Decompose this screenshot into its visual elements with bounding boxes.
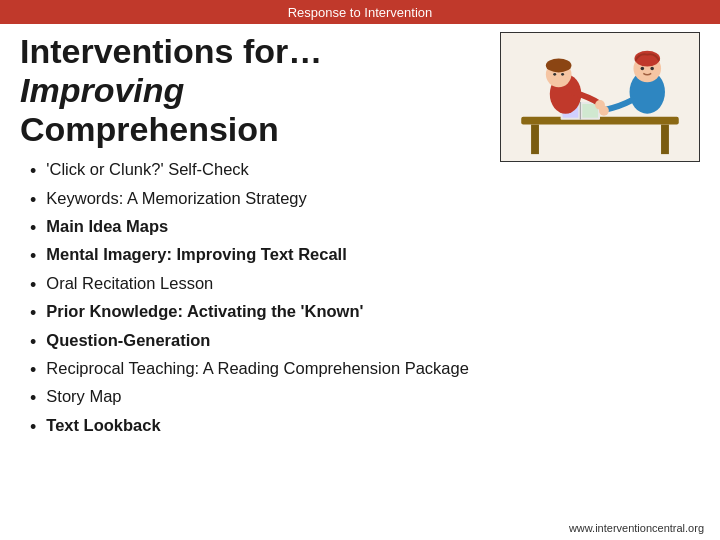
svg-rect-3 (661, 125, 669, 155)
bullet-dot: • (30, 274, 36, 297)
svg-point-15 (599, 106, 609, 116)
title-line1-italic: Improving (20, 71, 184, 109)
list-item: •Keywords: A Memorization Strategy (30, 188, 700, 212)
bullet-text: Oral Recitation Lesson (46, 273, 700, 294)
bullet-text: Question-Generation (46, 330, 700, 351)
svg-rect-2 (531, 125, 539, 155)
study-illustration (501, 33, 699, 161)
bullet-dot: • (30, 359, 36, 382)
bullet-dot: • (30, 189, 36, 212)
footer: www.interventioncentral.org (569, 522, 704, 534)
bullet-text: Mental Imagery: Improving Text Recall (46, 244, 700, 265)
title-line2: Comprehension (20, 110, 279, 148)
bullet-list: •'Click or Clunk?' Self-Check•Keywords: … (20, 159, 700, 439)
bullet-dot: • (30, 245, 36, 268)
bullet-text: Reciprocal Teaching: A Reading Comprehen… (46, 358, 700, 379)
list-item: •Story Map (30, 386, 700, 410)
list-item: •Question-Generation (30, 330, 700, 354)
bullet-dot: • (30, 416, 36, 439)
list-item: •Main Idea Maps (30, 216, 700, 240)
bullet-dot: • (30, 160, 36, 183)
main-content: Interventions for…Improving Comprehensio… (0, 24, 720, 453)
top-bar-label: Response to Intervention (288, 5, 433, 20)
list-item: •Mental Imagery: Improving Text Recall (30, 244, 700, 268)
list-item: •Oral Recitation Lesson (30, 273, 700, 297)
bullet-text: Prior Knowledge: Activating the 'Known' (46, 301, 700, 322)
list-item: •Text Lookback (30, 415, 700, 439)
bullet-text: Text Lookback (46, 415, 700, 436)
footer-url: www.interventioncentral.org (569, 522, 704, 534)
bullet-text: 'Click or Clunk?' Self-Check (46, 159, 700, 180)
svg-point-17 (561, 73, 564, 76)
title-line1-normal: Interventions for… (20, 32, 322, 70)
svg-rect-0 (502, 33, 699, 161)
illustration-box (500, 32, 700, 162)
bullet-text: Main Idea Maps (46, 216, 700, 237)
bullet-dot: • (30, 217, 36, 240)
bullet-dot: • (30, 302, 36, 325)
svg-point-10 (546, 59, 572, 73)
list-item: •'Click or Clunk?' Self-Check (30, 159, 700, 183)
svg-point-19 (650, 67, 654, 71)
top-bar: Response to Intervention (0, 0, 720, 24)
svg-point-14 (634, 51, 660, 67)
svg-point-16 (553, 73, 556, 76)
bullet-text: Keywords: A Memorization Strategy (46, 188, 700, 209)
svg-point-18 (641, 67, 645, 71)
bullet-dot: • (30, 331, 36, 354)
list-item: •Reciprocal Teaching: A Reading Comprehe… (30, 358, 700, 382)
bullet-dot: • (30, 387, 36, 410)
list-item: •Prior Knowledge: Activating the 'Known' (30, 301, 700, 325)
bullet-text: Story Map (46, 386, 700, 407)
